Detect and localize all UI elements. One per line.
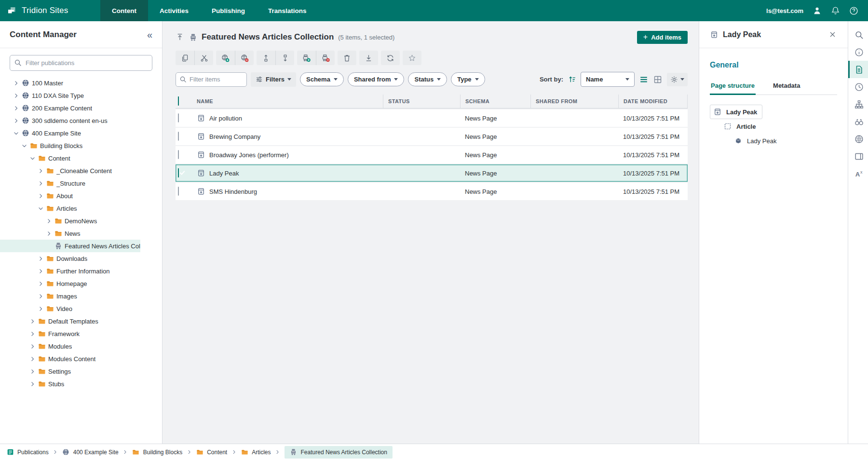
- chevron-down-icon[interactable]: [12, 129, 20, 137]
- rail-globe-outline-button[interactable]: [848, 130, 868, 148]
- structure-node-lady-peak[interactable]: Lady Peak: [710, 105, 762, 119]
- tree-item-modules-content[interactable]: Modules Content: [0, 352, 140, 365]
- filter-pill-status[interactable]: Status: [408, 72, 447, 86]
- tree-item-200-example-content[interactable]: 200 Example Content: [0, 102, 140, 114]
- chevron-right-icon[interactable]: [36, 255, 45, 262]
- column-header-name[interactable]: NAME: [192, 95, 383, 108]
- grid-view-icon[interactable]: [653, 75, 663, 84]
- row-checkbox[interactable]: [178, 168, 179, 177]
- chevron-right-icon[interactable]: [36, 192, 45, 200]
- chevron-right-icon[interactable]: [36, 305, 45, 312]
- chevron-right-icon[interactable]: [44, 230, 53, 237]
- table-settings-button[interactable]: [667, 73, 688, 86]
- rail-document-button[interactable]: [848, 61, 868, 78]
- download-button[interactable]: [359, 51, 378, 65]
- column-header-shared-from[interactable]: SHARED FROM: [530, 95, 618, 108]
- breadcrumb-publications[interactable]: Publications: [6, 448, 49, 456]
- filter-pill-schema[interactable]: Schema: [300, 72, 344, 86]
- chevron-right-icon[interactable]: [12, 92, 20, 99]
- chevron-right-icon[interactable]: [28, 317, 37, 325]
- column-header-status[interactable]: STATUS: [383, 95, 460, 108]
- collection-remove-button[interactable]: [316, 51, 335, 65]
- tree-item-default-templates[interactable]: Default Templates: [0, 315, 140, 327]
- collapse-sidebar-icon[interactable]: «: [147, 30, 152, 40]
- rail-translate-button[interactable]: Ax: [848, 165, 868, 182]
- tree-item-about[interactable]: About: [0, 189, 140, 202]
- breadcrumb-content[interactable]: Content: [196, 448, 227, 456]
- chevron-right-icon[interactable]: [44, 217, 53, 225]
- nav-tab-activities[interactable]: Activities: [148, 0, 200, 21]
- sort-select[interactable]: Name: [581, 72, 635, 87]
- nav-tab-content[interactable]: Content: [100, 0, 148, 21]
- tree-item-featured-news-articles-collection[interactable]: Featured News Articles Collection: [0, 240, 140, 252]
- chevron-right-icon[interactable]: [36, 179, 45, 187]
- help-icon[interactable]: [849, 6, 858, 15]
- tree-item-video[interactable]: Video: [0, 302, 140, 315]
- tree-item-demonews[interactable]: DemoNews: [0, 215, 140, 227]
- chevron-right-icon[interactable]: [12, 117, 20, 124]
- tree-item-structure[interactable]: _Structure: [0, 177, 140, 189]
- tree-item-building-blocks[interactable]: Building Blocks: [0, 139, 140, 152]
- chevron-right-icon[interactable]: [12, 79, 20, 87]
- tree-item-homepage[interactable]: Homepage: [0, 277, 140, 290]
- chevron-right-icon[interactable]: [36, 267, 45, 275]
- tree-item-further-information[interactable]: Further Information: [0, 265, 140, 277]
- table-row-brewing-company[interactable]: Brewing CompanyNews Page10/13/2025 7:51 …: [176, 128, 688, 145]
- table-row-broadway-jones-performer[interactable]: Broadway Jones (performer)News Page10/13…: [176, 146, 688, 163]
- tree-item-images[interactable]: Images: [0, 290, 140, 302]
- tree-item-modules[interactable]: Modules: [0, 340, 140, 352]
- tree-item-settings[interactable]: Settings: [0, 365, 140, 378]
- chevron-down-icon[interactable]: [36, 204, 45, 212]
- tab-metadata[interactable]: Metadata: [772, 82, 801, 95]
- chevron-right-icon[interactable]: [28, 380, 37, 388]
- brand[interactable]: Tridion Sites: [0, 0, 100, 21]
- breadcrumb-articles[interactable]: Articles: [241, 448, 271, 456]
- filters-button[interactable]: Filters: [251, 72, 296, 87]
- tree-item-framework[interactable]: Framework: [0, 327, 140, 340]
- structure-node-lady-peak[interactable]: Lady Peak: [710, 134, 837, 148]
- breadcrumb-400-example-site[interactable]: 400 Example Site: [62, 448, 119, 456]
- structure-node-article[interactable]: Article: [710, 119, 837, 134]
- delete-button[interactable]: [338, 51, 356, 65]
- column-header-date-modified[interactable]: DATE MODIFIED: [618, 95, 688, 108]
- list-view-icon[interactable]: [639, 75, 649, 84]
- rail-panel-button[interactable]: [848, 148, 868, 165]
- close-icon[interactable]: [827, 30, 837, 40]
- collection-add-button[interactable]: [297, 51, 316, 65]
- nav-tab-publishing[interactable]: Publishing: [200, 0, 257, 21]
- tree-item-400-example-site[interactable]: 400 Example Site: [0, 127, 140, 139]
- filter-pill-shared-from[interactable]: Shared from: [348, 72, 405, 86]
- select-all-checkbox[interactable]: [178, 96, 179, 106]
- rail-binoculars-button[interactable]: [848, 113, 868, 130]
- add-items-button[interactable]: + Add items: [637, 31, 688, 44]
- check-out-button[interactable]: [257, 51, 275, 65]
- localize-button[interactable]: [216, 51, 235, 65]
- tree-item-cloneable-content[interactable]: _Cloneable Content: [0, 164, 140, 177]
- chevron-down-icon[interactable]: [28, 154, 37, 162]
- tab-page-structure[interactable]: Page structure: [710, 82, 756, 95]
- filter-pill-type[interactable]: Type: [451, 72, 485, 86]
- chevron-right-icon[interactable]: [36, 292, 45, 300]
- rail-info-button[interactable]: [848, 43, 868, 61]
- chevron-right-icon[interactable]: [28, 367, 37, 375]
- check-in-button[interactable]: [275, 51, 294, 65]
- tree-item-110-dxa-site-type[interactable]: 110 DXA Site Type: [0, 89, 140, 102]
- tree-item-content[interactable]: Content: [0, 152, 140, 164]
- copy-button[interactable]: [176, 51, 194, 65]
- chevron-right-icon[interactable]: [36, 280, 45, 287]
- rail-history-button[interactable]: [848, 78, 868, 95]
- tree-item-news[interactable]: News: [0, 227, 140, 240]
- breadcrumb-featured-news-articles-collection[interactable]: Featured News Articles Collection: [285, 446, 393, 459]
- table-row-lady-peak[interactable]: Lady PeakNews Page10/13/2025 7:51 PM: [176, 164, 688, 182]
- sort-ascending-icon[interactable]: [568, 75, 576, 84]
- tree-item-downloads[interactable]: Downloads: [0, 252, 140, 265]
- row-checkbox[interactable]: [178, 113, 179, 122]
- notifications-bell-icon[interactable]: [830, 6, 840, 15]
- row-checkbox[interactable]: [178, 132, 179, 141]
- tree-item-300-sdldemo-content-en-us[interactable]: 300 sdldemo content en-us: [0, 114, 140, 127]
- row-checkbox[interactable]: [178, 150, 179, 159]
- tree-item-articles[interactable]: Articles: [0, 202, 140, 215]
- rail-sitemap-button[interactable]: [848, 95, 868, 113]
- unlocalize-button[interactable]: [235, 51, 254, 65]
- table-row-air-pollution[interactable]: Air pollutionNews Page10/13/2025 7:51 PM: [176, 109, 688, 127]
